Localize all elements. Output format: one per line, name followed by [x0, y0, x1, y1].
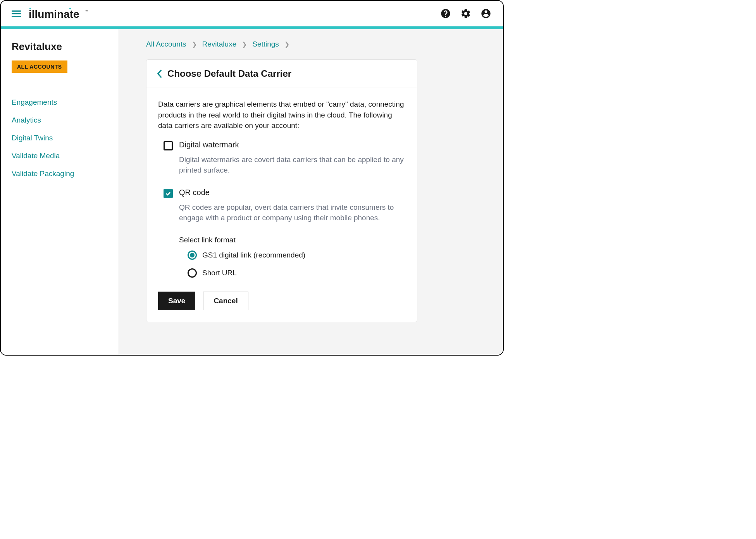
chevron-right-icon: ❯ [284, 41, 289, 48]
back-button[interactable] [157, 69, 162, 78]
watermark-checkbox[interactable] [164, 141, 173, 150]
panel-description: Data carriers are graphical elements tha… [158, 99, 405, 131]
sidebar-item-validate-media[interactable]: Validate Media [12, 147, 108, 165]
radio-gs1-label: GS1 digital link (recommended) [202, 251, 305, 259]
sidebar-divider [1, 84, 119, 84]
brand-logo[interactable]: illuminate ™ [29, 7, 98, 20]
account-name: Revitaluxe [12, 41, 108, 53]
main-container: Revitaluxe ALL ACCOUNTS Engagements Anal… [1, 29, 503, 355]
watermark-description: Digital watermarks are covert data carri… [158, 154, 405, 176]
radio-gs1[interactable]: GS1 digital link (recommended) [179, 250, 405, 260]
panel-header: Choose Default Data Carrier [146, 60, 417, 88]
sidebar-item-validate-packaging[interactable]: Validate Packaging [12, 165, 108, 183]
link-format-title: Select link format [179, 236, 405, 244]
breadcrumb: All Accounts ❯ Revitaluxe ❯ Settings ❯ [146, 40, 484, 48]
option-qr: QR code [158, 188, 405, 198]
cancel-button[interactable]: Cancel [203, 292, 248, 310]
chevron-right-icon: ❯ [242, 41, 247, 48]
breadcrumb-all-accounts[interactable]: All Accounts [146, 40, 186, 48]
watermark-label: Digital watermark [179, 140, 239, 149]
qr-label: QR code [179, 188, 210, 197]
svg-text:illuminate: illuminate [29, 8, 79, 20]
topbar-left: illuminate ™ [12, 7, 98, 20]
all-accounts-button[interactable]: ALL ACCOUNTS [12, 60, 67, 73]
radio-shorturl[interactable]: Short URL [179, 268, 405, 278]
settings-panel: Choose Default Data Carrier Data carrier… [146, 59, 417, 322]
sidebar-item-engagements[interactable]: Engagements [12, 93, 108, 111]
topbar: illuminate ™ [1, 1, 503, 26]
breadcrumb-settings[interactable]: Settings [252, 40, 279, 48]
sidebar-item-analytics[interactable]: Analytics [12, 111, 108, 129]
accent-bar [1, 26, 503, 29]
radio-shorturl-input[interactable] [188, 268, 197, 278]
button-row: Save Cancel [158, 292, 405, 310]
help-icon[interactable] [439, 7, 452, 20]
sidebar-item-digital-twins[interactable]: Digital Twins [12, 129, 108, 147]
qr-description: QR codes are popular, overt data carrier… [158, 202, 405, 223]
panel-body: Data carriers are graphical elements tha… [146, 88, 417, 322]
qr-checkbox[interactable] [164, 189, 173, 198]
radio-shorturl-label: Short URL [202, 269, 237, 277]
panel-title: Choose Default Data Carrier [167, 68, 291, 79]
profile-icon[interactable] [480, 7, 492, 20]
topbar-right [439, 7, 492, 20]
chevron-right-icon: ❯ [192, 41, 197, 48]
link-format-section: Select link format GS1 digital link (rec… [158, 236, 405, 278]
hamburger-menu-icon[interactable] [12, 10, 21, 17]
settings-icon[interactable] [460, 7, 472, 20]
breadcrumb-account[interactable]: Revitaluxe [202, 40, 237, 48]
sidebar: Revitaluxe ALL ACCOUNTS Engagements Anal… [1, 29, 119, 355]
radio-gs1-input[interactable] [188, 250, 197, 260]
content-area: All Accounts ❯ Revitaluxe ❯ Settings ❯ C… [119, 29, 503, 355]
option-watermark: Digital watermark [158, 140, 405, 150]
svg-text:™: ™ [85, 9, 88, 13]
save-button[interactable]: Save [158, 292, 195, 310]
